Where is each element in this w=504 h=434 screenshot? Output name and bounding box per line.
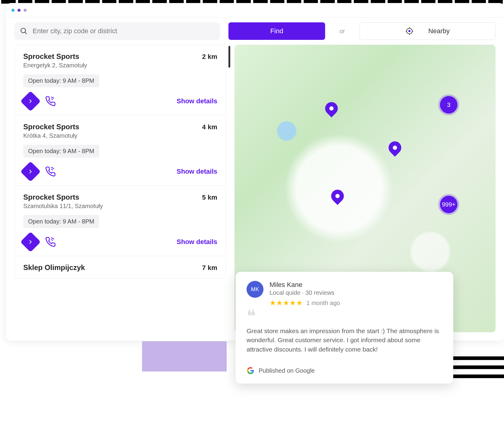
store-address: Szamotulska 11/1, Szamotuły — [23, 203, 217, 210]
svg-line-1 — [25, 32, 27, 34]
nearby-button[interactable]: Nearby — [360, 22, 496, 40]
published-label: Published on Google — [259, 367, 315, 374]
google-icon — [247, 367, 254, 375]
star-icon: ★ — [289, 299, 296, 307]
published-row: Published on Google — [247, 362, 442, 375]
call-button[interactable] — [44, 235, 57, 249]
store-name: Sprocket Sports — [23, 123, 79, 131]
store-distance: 4 km — [202, 123, 217, 131]
store-distance: 2 km — [202, 53, 217, 61]
show-details-link[interactable]: Show details — [177, 97, 217, 105]
store-address: Krótka 4, Szamotuły — [23, 132, 217, 139]
show-details-link[interactable]: Show details — [177, 168, 217, 175]
store-item[interactable]: Sprocket Sports 2 km Energetyk 2, Szamot… — [15, 45, 226, 115]
reviewer-name: Miles Kane — [270, 281, 340, 289]
store-distance: 5 km — [202, 194, 217, 201]
star-icon: ★ — [270, 299, 276, 307]
store-item[interactable]: Sprocket Sports 5 km Szamotulska 11/1, S… — [15, 186, 226, 256]
call-button[interactable] — [44, 95, 57, 108]
map-pin[interactable] — [322, 99, 340, 117]
map-cluster[interactable]: 999+ — [440, 196, 457, 213]
hours-chip: Open today: 9 AM - 8PM — [23, 74, 99, 87]
store-list-panel: Sprocket Sports 2 km Energetyk 2, Szamot… — [15, 45, 226, 332]
window-control-dot[interactable] — [11, 9, 15, 12]
review-time: 1 month ago — [306, 300, 340, 307]
map-pin[interactable] — [386, 139, 404, 156]
decorative-stripes — [450, 356, 504, 384]
avatar: MK — [247, 281, 263, 298]
review-text: Great store makes an impression from the… — [247, 326, 442, 354]
store-name: Sklep Olimpijczyk — [23, 263, 85, 272]
window-control-dot[interactable] — [18, 9, 21, 12]
search-box[interactable] — [15, 22, 220, 40]
store-item[interactable]: Sklep Olimpijczyk 7 km — [15, 256, 226, 278]
decorative-block — [142, 341, 227, 371]
svg-point-0 — [21, 28, 25, 33]
directions-button[interactable] — [20, 232, 41, 252]
call-button[interactable] — [44, 165, 57, 178]
store-list: Sprocket Sports 2 km Energetyk 2, Szamot… — [15, 45, 226, 279]
hours-chip: Open today: 9 AM - 8PM — [23, 145, 99, 158]
store-distance: 7 km — [202, 264, 217, 272]
star-icon: ★ — [283, 299, 289, 307]
show-details-link[interactable]: Show details — [177, 238, 217, 246]
or-label: or — [334, 28, 351, 35]
review-card: MK Miles Kane Local quide · 30 reviews ★… — [236, 272, 453, 384]
scrollbar-thumb[interactable] — [228, 46, 230, 68]
store-name: Sprocket Sports — [23, 193, 79, 201]
window-control-dot[interactable] — [24, 9, 27, 12]
quote-icon: ❝ — [247, 312, 442, 320]
directions-button[interactable] — [20, 161, 41, 182]
store-item[interactable]: Sprocket Sports 4 km Krótka 4, Szamotuły… — [15, 115, 226, 186]
star-icon: ★ — [296, 299, 303, 307]
store-name: Sprocket Sports — [23, 52, 79, 61]
find-button[interactable]: Find — [228, 22, 325, 40]
stars-row: ★★★★★ 1 month ago — [270, 299, 340, 307]
search-icon — [20, 27, 28, 35]
map-cluster[interactable]: 3 — [440, 96, 457, 114]
search-toolbar: Find or Nearby — [6, 18, 504, 45]
star-icon: ★ — [276, 299, 283, 307]
window-titlebar — [6, 3, 504, 18]
map-pin[interactable] — [328, 187, 346, 205]
store-address: Energetyk 2, Szamotuły — [23, 62, 217, 69]
nearby-label: Nearby — [428, 27, 450, 35]
hours-chip: Open today: 9 AM - 8PM — [23, 215, 99, 228]
reviewer-meta: Local quide · 30 reviews — [270, 289, 340, 296]
svg-point-2 — [409, 30, 411, 32]
crosshair-icon — [405, 27, 414, 35]
search-input[interactable] — [33, 27, 215, 35]
directions-button[interactable] — [20, 91, 41, 111]
